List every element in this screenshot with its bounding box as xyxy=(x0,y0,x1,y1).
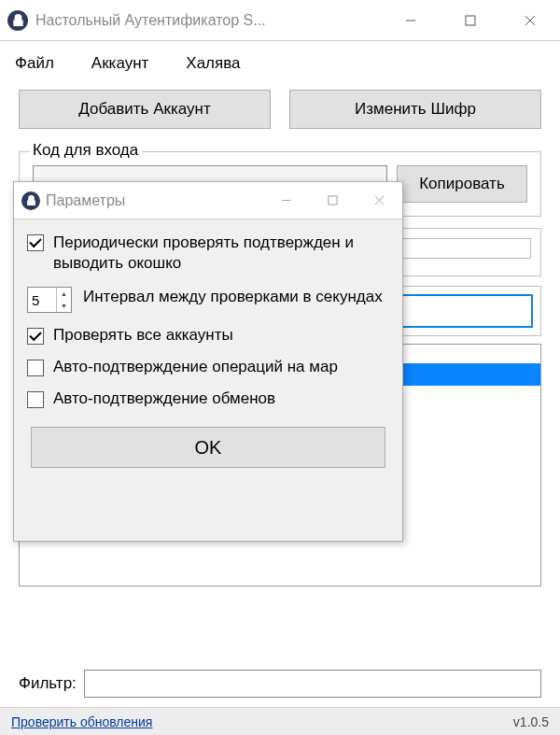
ok-button[interactable]: OK xyxy=(31,427,385,468)
interval-value[interactable]: 5 xyxy=(28,288,56,312)
settings-dialog: Параметры Периодически проверять подтвер… xyxy=(13,181,403,542)
svg-rect-5 xyxy=(328,196,336,205)
menubar: Файл Аккаунт Халява xyxy=(0,41,560,82)
check-updates-link[interactable]: Проверить обновления xyxy=(11,714,152,729)
menu-account[interactable]: Аккаунт xyxy=(84,50,157,77)
check-all-checkbox[interactable] xyxy=(27,328,44,345)
spinner-down-icon[interactable]: ▼ xyxy=(57,300,71,312)
titlebar: Настольный Аутентификатор S... xyxy=(0,0,560,41)
change-cipher-button[interactable]: Изменить Шифр xyxy=(289,90,541,129)
filter-label: Фильтр: xyxy=(19,674,77,693)
dialog-minimize-button[interactable] xyxy=(262,182,309,219)
close-button[interactable] xyxy=(500,0,560,40)
copy-button[interactable]: Копировать xyxy=(397,165,527,203)
lock-icon xyxy=(7,10,28,31)
maximize-button[interactable] xyxy=(441,0,500,40)
version-label: v1.0.5 xyxy=(513,714,549,729)
add-account-button[interactable]: Добавить Аккаунт xyxy=(19,90,271,129)
auto-market-label: Авто-подтверждение операций на мар xyxy=(53,358,338,376)
auto-market-checkbox[interactable] xyxy=(27,360,44,376)
dialog-maximize-button[interactable] xyxy=(309,182,356,219)
window-title: Настольный Аутентификатор S... xyxy=(35,12,266,29)
periodic-check-label: Периодически проверять подтвержден и выв… xyxy=(53,233,389,274)
auto-trade-checkbox[interactable] xyxy=(27,391,44,408)
dialog-titlebar: Параметры xyxy=(14,182,402,219)
lock-icon xyxy=(21,191,40,210)
spinner-up-icon[interactable]: ▲ xyxy=(57,288,71,300)
dialog-close-button[interactable] xyxy=(356,182,402,219)
interval-spinner[interactable]: 5 ▲ ▼ xyxy=(27,287,72,313)
menu-freebie[interactable]: Халява xyxy=(178,50,247,77)
interval-label: Интервал между проверками в секундах xyxy=(83,287,383,307)
periodic-check-checkbox[interactable] xyxy=(27,234,44,251)
check-all-label: Проверять все аккаунты xyxy=(53,326,233,345)
status-bar: Проверить обновления v1.0.5 xyxy=(0,707,560,735)
auto-trade-label: Авто-подтверждение обменов xyxy=(53,389,275,408)
filter-input[interactable] xyxy=(84,670,541,698)
minimize-button[interactable] xyxy=(381,0,441,40)
svg-rect-1 xyxy=(466,16,475,25)
login-code-legend: Код для входа xyxy=(29,141,142,160)
dialog-title: Параметры xyxy=(46,192,125,209)
menu-file[interactable]: Файл xyxy=(7,50,62,77)
